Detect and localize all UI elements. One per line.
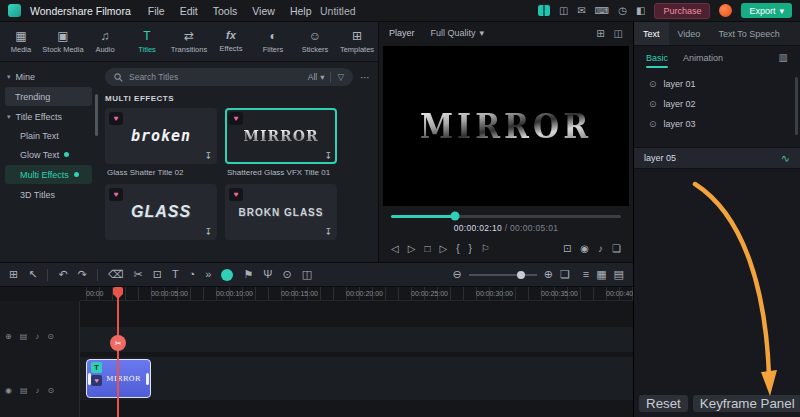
- track-visibility-icon[interactable]: ⊙: [47, 333, 54, 341]
- history-icon[interactable]: ◷: [618, 6, 627, 16]
- quality-dropdown[interactable]: Full Quality▾: [431, 28, 485, 38]
- timeline-track-2[interactable]: [80, 357, 633, 400]
- play-icon[interactable]: ▷: [408, 244, 416, 254]
- device-icon[interactable]: ◫: [559, 6, 568, 16]
- timeline-ruler[interactable]: 00:00 00:00:05:00 00:00:10:00 00:00:15:0…: [80, 287, 633, 301]
- sidebar-item-multi-effects[interactable]: Multi Effects: [5, 165, 92, 184]
- selected-layer-bar[interactable]: layer 05 ∿: [634, 147, 800, 169]
- playhead-cut-button[interactable]: ✂: [110, 335, 126, 351]
- marker-flag-icon[interactable]: ⚐: [481, 244, 490, 254]
- search-input[interactable]: Search Titles All▾ ▽: [105, 68, 353, 86]
- favorite-badge[interactable]: ♥: [109, 188, 123, 201]
- shortcut-keyboard-icon[interactable]: ⌨: [595, 6, 609, 16]
- menu-edit[interactable]: Edit: [180, 5, 198, 17]
- title-thumbnail[interactable]: ♥ BROKN GLASS ↧: [225, 184, 337, 240]
- tab-filters[interactable]: ◐Filters: [252, 22, 294, 61]
- track-record-icon[interactable]: ◉: [5, 387, 12, 395]
- speed-icon[interactable]: ◔: [189, 269, 196, 280]
- previous-frame-icon[interactable]: ◁: [391, 244, 399, 254]
- snapshot-icon[interactable]: ◉: [580, 244, 589, 254]
- more-options-icon[interactable]: ⋯: [360, 72, 370, 83]
- fit-timeline-icon[interactable]: ❏: [560, 269, 570, 280]
- download-icon[interactable]: ↧: [204, 227, 212, 237]
- filter-all-dropdown[interactable]: All▾: [308, 72, 325, 82]
- voiceover-mic-icon[interactable]: Ψ: [263, 269, 272, 280]
- split-screen-icon[interactable]: ◫: [302, 269, 312, 280]
- select-tool-icon[interactable]: ↖: [28, 269, 37, 280]
- tab-text[interactable]: Text: [634, 22, 669, 45]
- volume-icon[interactable]: ♪: [598, 244, 603, 254]
- download-icon[interactable]: ↧: [324, 227, 332, 237]
- track-mute-icon[interactable]: ♪: [36, 387, 40, 395]
- text-tool-icon[interactable]: T: [172, 269, 179, 280]
- preview-screen[interactable]: MIRROR: [383, 46, 629, 206]
- account-avatar[interactable]: [719, 4, 732, 17]
- download-icon[interactable]: ↧: [204, 151, 212, 161]
- gift-icon[interactable]: [538, 5, 550, 16]
- menu-tools[interactable]: Tools: [213, 5, 238, 17]
- zoom-slider[interactable]: [469, 274, 537, 276]
- more-tools-icon[interactable]: »: [205, 269, 211, 280]
- add-track-icon[interactable]: ⊕: [5, 333, 12, 341]
- sidebar-item-trending[interactable]: Trending: [5, 87, 92, 106]
- split-scissors-icon[interactable]: ✂: [133, 269, 142, 280]
- zoom-slider-knob[interactable]: [517, 271, 525, 279]
- purchase-button[interactable]: Purchase: [654, 3, 710, 19]
- menu-file[interactable]: File: [148, 5, 165, 17]
- layout-grid-icon[interactable]: ⊞: [9, 269, 18, 280]
- keyframe-panel-button[interactable]: Keyframe Panel: [693, 395, 800, 412]
- marker-icon[interactable]: ⚑: [243, 269, 253, 280]
- delete-icon[interactable]: ⌫: [108, 269, 124, 280]
- panel-icon[interactable]: ◧: [636, 6, 645, 16]
- menu-view[interactable]: View: [252, 5, 275, 17]
- feedback-icon[interactable]: ✉: [577, 6, 585, 16]
- undo-icon[interactable]: ↶: [58, 269, 67, 280]
- sidebar-item-mine[interactable]: ▾Mine: [0, 67, 97, 86]
- tab-text-to-speech[interactable]: Text To Speech: [709, 22, 788, 45]
- zoom-out-icon[interactable]: ⊖: [452, 269, 461, 280]
- playhead[interactable]: ✂: [117, 287, 119, 417]
- view-list-icon[interactable]: ≡: [583, 269, 589, 280]
- reset-button[interactable]: Reset: [639, 395, 688, 412]
- layer-item[interactable]: ⊙layer 02: [634, 94, 800, 114]
- player-seek-bar[interactable]: [391, 215, 621, 218]
- tab-transitions[interactable]: ⇄Transitions: [168, 22, 210, 61]
- timeline-track-1[interactable]: [80, 327, 633, 352]
- subtab-basic[interactable]: Basic: [646, 46, 668, 69]
- sidebar-item-3d-titles[interactable]: 3D Titles: [0, 185, 97, 204]
- title-thumbnail[interactable]: ♥ GLASS ↧: [105, 184, 217, 240]
- redo-icon[interactable]: ↷: [78, 269, 87, 280]
- sidebar-scrollbar[interactable]: [95, 94, 98, 136]
- player-seek-knob[interactable]: [451, 212, 460, 221]
- view-grid-icon[interactable]: ▦: [596, 269, 606, 280]
- layer-item[interactable]: ⊙layer 01: [634, 74, 800, 94]
- tab-media[interactable]: ▦Media: [0, 22, 42, 61]
- favorite-badge[interactable]: ♥: [229, 112, 243, 125]
- title-thumbnail[interactable]: ♥ broken ↧: [105, 108, 217, 164]
- export-button[interactable]: Export ▾: [741, 3, 792, 18]
- next-frame-icon[interactable]: ▷: [439, 244, 447, 254]
- filter-funnel-icon[interactable]: ▽: [337, 72, 344, 82]
- screen-record-icon[interactable]: ⊙: [282, 269, 291, 280]
- sidebar-item-glow-text[interactable]: Glow Text: [0, 145, 97, 164]
- track-media-icon[interactable]: ▤: [20, 333, 28, 341]
- mirror-display-icon[interactable]: ⊡: [563, 244, 571, 254]
- tab-templates[interactable]: ⊞Templates: [336, 22, 378, 61]
- title-thumbnail-selected[interactable]: ♥ MIRROR ↧: [225, 108, 337, 164]
- fullscreen-icon[interactable]: ❏: [612, 244, 621, 254]
- favorite-badge[interactable]: ♥: [229, 188, 243, 201]
- layer-list-scrollbar[interactable]: [795, 77, 798, 135]
- tab-effects[interactable]: fxEffects: [210, 22, 252, 61]
- favorite-badge[interactable]: ♥: [109, 112, 123, 125]
- sidebar-item-plain-text[interactable]: Plain Text: [0, 126, 97, 145]
- menu-help[interactable]: Help: [290, 5, 312, 17]
- view-compact-icon[interactable]: ▤: [614, 269, 624, 280]
- mark-in-icon[interactable]: {: [456, 244, 459, 254]
- subtab-animation[interactable]: Animation: [683, 46, 723, 69]
- crop-icon[interactable]: ⊡: [153, 269, 162, 280]
- chroma-key-icon[interactable]: [221, 269, 233, 281]
- download-icon[interactable]: ↧: [324, 151, 332, 161]
- tab-audio[interactable]: ♫Audio: [84, 22, 126, 61]
- sidebar-item-title-effects[interactable]: ▾Title Effects: [0, 107, 97, 126]
- playhead-handle[interactable]: [113, 287, 123, 294]
